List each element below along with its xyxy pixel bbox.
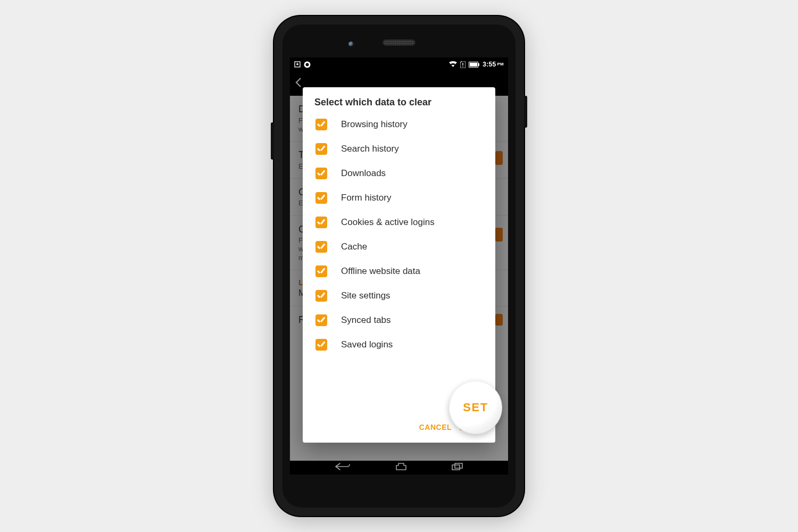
checkbox-icon[interactable] (315, 339, 327, 351)
dialog-option-label: Downloads (341, 168, 386, 179)
checkbox-icon[interactable] (315, 192, 327, 204)
dialog-option-label: Synced tabs (341, 315, 391, 326)
svg-point-2 (306, 63, 309, 66)
dialog-option-label: Browsing history (341, 119, 408, 130)
wifi-icon (449, 61, 457, 68)
dialog-option-label: Cookies & active logins (341, 217, 435, 228)
svg-rect-7 (478, 63, 479, 66)
checkbox-icon[interactable] (315, 168, 327, 179)
phone-volume-button (271, 122, 274, 160)
dialog-option-label: Offline website data (341, 266, 420, 277)
cancel-button[interactable]: CANCEL (419, 423, 452, 431)
android-nav-bar (290, 461, 508, 475)
dialog-option-row[interactable]: Synced tabs (303, 308, 495, 332)
dialog-option-row[interactable]: Saved logins (303, 332, 495, 357)
phone-speaker (383, 39, 415, 46)
svg-rect-6 (470, 63, 477, 66)
dialog-option-label: Search history (341, 144, 399, 154)
dialog-option-row[interactable]: Browsing history (303, 112, 495, 137)
sim-alert-icon (460, 61, 466, 68)
nav-recent-icon[interactable] (452, 463, 463, 472)
nav-home-icon[interactable] (395, 463, 407, 472)
phone-power-button (524, 96, 527, 128)
checkbox-icon[interactable] (315, 241, 327, 253)
phone-front-camera (348, 41, 354, 47)
dialog-title: Select which data to clear (303, 90, 495, 112)
checkbox-icon[interactable] (315, 119, 327, 130)
dialog-option-row[interactable]: Form history (303, 186, 495, 210)
checkbox-icon[interactable] (315, 217, 327, 228)
download-icon (294, 61, 301, 68)
highlight-label: SET (463, 401, 488, 414)
dialog-option-row[interactable]: Cache (303, 235, 495, 259)
stage: 3:55PM D F w T (0, 0, 798, 532)
checkbox-icon[interactable] (315, 143, 327, 155)
dialog-option-label: Cache (341, 242, 367, 252)
dialog-option-label: Form history (341, 193, 391, 203)
dialog-option-list: Browsing historySearch historyDownloadsF… (303, 112, 495, 417)
checkbox-icon[interactable] (315, 290, 327, 302)
dialog-option-row[interactable]: Search history (303, 137, 495, 161)
clear-data-dialog: Select which data to clear Browsing hist… (303, 87, 495, 443)
svg-rect-9 (455, 463, 462, 468)
svg-rect-8 (452, 465, 460, 470)
battery-icon (469, 62, 479, 68)
svg-rect-3 (462, 63, 463, 65)
highlight-circle: SET (449, 381, 502, 434)
dialog-option-row[interactable]: Cookies & active logins (303, 210, 495, 235)
dialog-option-label: Saved logins (341, 339, 393, 350)
dialog-option-row[interactable]: Offline website data (303, 259, 495, 284)
dialog-option-label: Site settings (341, 290, 390, 301)
svg-rect-4 (462, 66, 463, 66)
status-clock: 3:55PM (483, 57, 504, 71)
phone-screen: 3:55PM D F w T (290, 57, 508, 475)
android-status-bar: 3:55PM (290, 57, 508, 71)
checkbox-icon[interactable] (315, 314, 327, 326)
dialog-option-row[interactable]: Site settings (303, 284, 495, 308)
phone-frame: 3:55PM D F w T (274, 16, 524, 516)
dialog-option-row[interactable]: Downloads (303, 161, 495, 186)
checkbox-icon[interactable] (315, 265, 327, 277)
firefox-icon (304, 61, 311, 68)
nav-back-icon[interactable] (335, 463, 351, 472)
